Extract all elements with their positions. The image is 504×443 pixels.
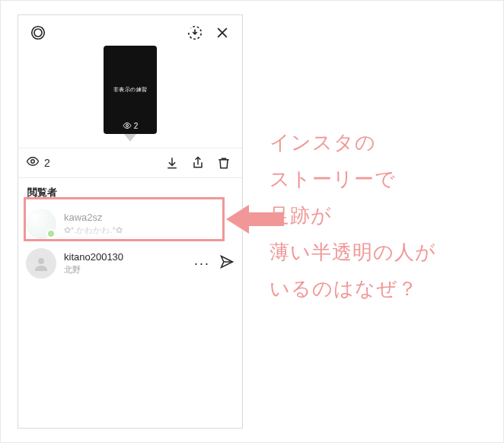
viewer-row[interactable]: kawa2sz ✿*.かわかわ.*✿ bbox=[18, 204, 242, 244]
story-preview-tile[interactable]: 非表示の練習 2 bbox=[104, 46, 157, 134]
annotation-line: インスタの bbox=[270, 124, 498, 161]
viewers-section-title: 閲覧者 bbox=[18, 178, 242, 204]
story-preview-row: 非表示の練習 2 bbox=[18, 46, 242, 134]
share-icon[interactable] bbox=[187, 152, 209, 174]
download-icon[interactable] bbox=[161, 152, 183, 174]
annotation-line: 足跡が bbox=[270, 197, 498, 234]
send-icon[interactable] bbox=[219, 254, 234, 272]
save-story-icon[interactable] bbox=[183, 21, 207, 45]
avatar[interactable] bbox=[26, 248, 56, 279]
viewers-toolbar: 2 bbox=[18, 148, 242, 178]
settings-icon[interactable] bbox=[26, 21, 50, 45]
close-icon[interactable] bbox=[210, 21, 234, 45]
viewer-display-name: 北野 bbox=[64, 264, 187, 276]
story-preview-caption: 非表示の練習 bbox=[113, 86, 148, 94]
online-dot-icon bbox=[46, 229, 56, 238]
viewer-display-name: ✿*.かわかわ.*✿ bbox=[64, 225, 234, 236]
avatar[interactable] bbox=[26, 209, 56, 239]
preview-pointer-icon bbox=[124, 134, 136, 142]
annotation-line: ストーリーで bbox=[270, 161, 498, 197]
story-preview-views: 2 bbox=[104, 121, 157, 130]
eye-icon bbox=[26, 155, 40, 171]
viewer-username: kitano200130 bbox=[64, 251, 187, 263]
svg-point-2 bbox=[126, 125, 128, 127]
annotation-text: インスタの ストーリーで 足跡が 薄い半透明の人が いるのはなぜ？ bbox=[270, 124, 498, 307]
annotation-line: いるのはなぜ？ bbox=[270, 270, 498, 307]
svg-point-1 bbox=[34, 29, 42, 37]
story-preview-view-count: 2 bbox=[134, 122, 139, 130]
viewer-username: kawa2sz bbox=[64, 212, 234, 223]
phone-frame: 非表示の練習 2 2 bbox=[18, 14, 243, 429]
svg-point-4 bbox=[38, 258, 44, 264]
more-icon[interactable]: ··· bbox=[194, 257, 210, 270]
viewer-names: kawa2sz ✿*.かわかわ.*✿ bbox=[64, 212, 234, 236]
trash-icon[interactable] bbox=[213, 152, 234, 174]
viewers-count: 2 bbox=[44, 157, 50, 169]
viewer-row[interactable]: kitano200130 北野 ··· bbox=[18, 244, 242, 283]
viewers-list: kawa2sz ✿*.かわかわ.*✿ kitano200130 北野 ··· bbox=[18, 204, 242, 283]
viewer-names: kitano200130 北野 bbox=[64, 251, 187, 276]
svg-point-3 bbox=[31, 160, 35, 164]
annotation-line: 薄い半透明の人が bbox=[270, 234, 498, 270]
